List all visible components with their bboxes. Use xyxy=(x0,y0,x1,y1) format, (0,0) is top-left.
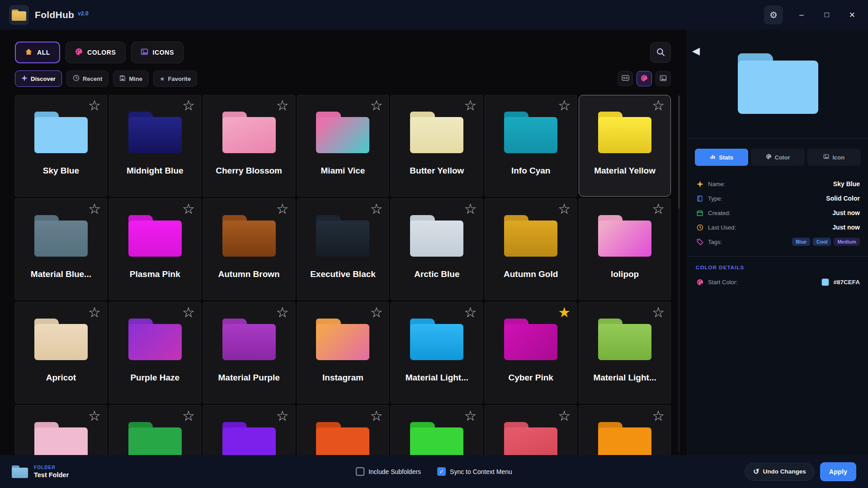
folder-card[interactable]: ☆ xyxy=(15,405,107,455)
folder-card[interactable]: ☆ xyxy=(109,405,201,455)
include-subfolders-label: Include Subfolders xyxy=(368,468,421,475)
favorite-star-icon[interactable]: ★ xyxy=(558,304,571,321)
folder-icon xyxy=(222,319,276,360)
include-subfolders-option[interactable]: Include Subfolders xyxy=(356,467,421,476)
folder-card[interactable]: ☆ Instagram xyxy=(297,302,389,404)
app-title: FoldHub xyxy=(35,9,74,20)
stat-row-type: Type: Solid Color xyxy=(688,191,868,206)
sparkle-icon xyxy=(21,75,28,83)
clock-icon xyxy=(73,75,80,83)
favorite-star-icon[interactable]: ☆ xyxy=(464,408,476,424)
apply-button[interactable]: Apply xyxy=(820,462,856,481)
folder-card[interactable]: ☆ Apricot xyxy=(15,302,107,404)
folder-card[interactable]: ☆ xyxy=(203,405,295,455)
favorite-star-icon[interactable]: ☆ xyxy=(652,201,665,217)
filter-recent[interactable]: Recent xyxy=(66,70,108,87)
folder-card[interactable]: ★ Cyber Pink xyxy=(485,302,577,404)
tab-colors[interactable]: COLORS xyxy=(66,42,126,63)
collapse-sidebar-button[interactable]: ◀ xyxy=(692,45,700,57)
folder-card[interactable]: ☆ Executive Black xyxy=(297,198,389,300)
folder-name: Material Light... xyxy=(579,373,670,383)
target-folder-info: FOLDER Test Folder xyxy=(12,465,69,479)
favorite-star-icon[interactable]: ☆ xyxy=(652,97,665,114)
maximize-button[interactable]: □ xyxy=(816,5,838,25)
settings-button[interactable]: ⚙ xyxy=(764,5,783,24)
tab-stats[interactable]: Stats xyxy=(695,149,748,166)
favorite-star-icon[interactable]: ☆ xyxy=(182,201,195,217)
tab-icons[interactable]: ICONS xyxy=(131,42,184,63)
folder-card[interactable]: ☆ Purple Haze xyxy=(109,302,201,404)
filter-discover[interactable]: Discover xyxy=(15,70,62,87)
folder-card[interactable]: ☆ Material Purple xyxy=(203,302,295,404)
folder-icon xyxy=(410,422,463,455)
folder-name: Material Light... xyxy=(391,373,482,383)
folder-card[interactable]: ☆ lolipop xyxy=(579,198,671,300)
favorite-star-icon[interactable]: ☆ xyxy=(558,201,571,217)
favorite-star-icon[interactable]: ☆ xyxy=(652,408,665,424)
favorite-star-icon[interactable]: ☆ xyxy=(182,408,195,424)
folder-card[interactable]: ☆ Material Light... xyxy=(579,302,671,404)
category-tabs-row: ALL COLORS ICONS xyxy=(15,42,671,63)
folder-card[interactable]: ☆ Material Light... xyxy=(391,302,483,404)
folder-card[interactable]: ☆ Midnight Blue xyxy=(109,95,201,197)
favorite-star-icon[interactable]: ☆ xyxy=(558,408,571,424)
folder-card[interactable]: ☆ Material Yellow xyxy=(579,95,671,197)
favorite-star-icon[interactable]: ☆ xyxy=(464,97,476,114)
logo-folder-icon xyxy=(12,9,26,21)
details-sidebar: ◀ Stats Color xyxy=(687,30,868,455)
favorite-star-icon[interactable]: ☆ xyxy=(464,304,476,321)
tab-color[interactable]: Color xyxy=(751,149,804,166)
favorite-star-icon[interactable]: ☆ xyxy=(370,304,383,321)
favorite-star-icon[interactable]: ☆ xyxy=(88,97,101,114)
folder-card[interactable]: ☆ xyxy=(579,405,671,455)
favorite-star-icon[interactable]: ☆ xyxy=(276,97,289,114)
filter-favorite[interactable]: ★ Favorite xyxy=(153,70,197,87)
favorite-star-icon[interactable]: ☆ xyxy=(276,408,289,424)
grid-scrollbar-thumb[interactable] xyxy=(678,96,680,209)
folder-card[interactable]: ☆ Sky Blue xyxy=(15,95,107,197)
favorite-star-icon[interactable]: ☆ xyxy=(370,408,383,424)
favorite-star-icon[interactable]: ☆ xyxy=(464,201,476,217)
favorite-star-icon[interactable]: ☆ xyxy=(276,304,289,321)
favorite-star-icon[interactable]: ☆ xyxy=(182,97,195,114)
folder-card[interactable]: ☆ Autumn Gold xyxy=(485,198,577,300)
favorite-star-icon[interactable]: ☆ xyxy=(370,201,383,217)
folder-card[interactable]: ☆ Arctic Blue xyxy=(391,198,483,300)
folder-card[interactable]: ☆ Material Blue... xyxy=(15,198,107,300)
folder-card[interactable]: ☆ Cherry Blossom xyxy=(203,95,295,197)
favorite-star-icon[interactable]: ☆ xyxy=(370,97,383,114)
filter-mine[interactable]: Mine xyxy=(113,70,149,87)
tab-all[interactable]: ALL xyxy=(15,42,60,63)
folder-card[interactable]: ☆ xyxy=(391,405,483,455)
stat-value: Just now xyxy=(832,224,860,231)
sync-context-menu-option[interactable]: ✓ Sync to Context Menu xyxy=(437,467,512,476)
favorite-star-icon[interactable]: ☆ xyxy=(558,97,571,114)
favorite-star-icon[interactable]: ☆ xyxy=(88,201,101,217)
favorite-star-icon[interactable]: ☆ xyxy=(652,304,665,321)
favorite-star-icon[interactable]: ☆ xyxy=(276,201,289,217)
palette-icon xyxy=(641,75,648,83)
folder-card[interactable]: ☆ Miami Vice xyxy=(297,95,389,197)
favorite-star-icon[interactable]: ☆ xyxy=(88,304,101,321)
favorite-star-icon[interactable]: ☆ xyxy=(88,408,101,424)
resize-view-button[interactable] xyxy=(618,71,633,86)
folder-card[interactable]: ☆ xyxy=(297,405,389,455)
minimize-button[interactable]: – xyxy=(790,5,813,25)
folder-grid[interactable]: ☆ Sky Blue ☆ Midnight Blue ☆ Cherry Blos… xyxy=(15,95,671,455)
search-button[interactable] xyxy=(650,42,671,63)
folder-card[interactable]: ☆ Butter Yellow xyxy=(391,95,483,197)
folder-card[interactable]: ☆ Info Cyan xyxy=(485,95,577,197)
folder-name: Butter Yellow xyxy=(391,166,482,176)
close-button[interactable]: × xyxy=(841,5,863,25)
favorite-star-icon[interactable]: ☆ xyxy=(182,304,195,321)
folder-card[interactable]: ☆ xyxy=(485,405,577,455)
folder-card[interactable]: ☆ Autumn Brown xyxy=(203,198,295,300)
image-icon xyxy=(141,48,148,57)
icons-view-button[interactable] xyxy=(656,71,671,86)
tab-icon[interactable]: Icon xyxy=(807,149,861,166)
folder-name: Apricot xyxy=(15,373,107,383)
colors-view-button[interactable] xyxy=(637,71,652,86)
folder-card[interactable]: ☆ Plasma Pink xyxy=(109,198,201,300)
folder-icon xyxy=(504,422,557,455)
undo-changes-button[interactable]: ↺ Undo Changes xyxy=(745,463,815,481)
